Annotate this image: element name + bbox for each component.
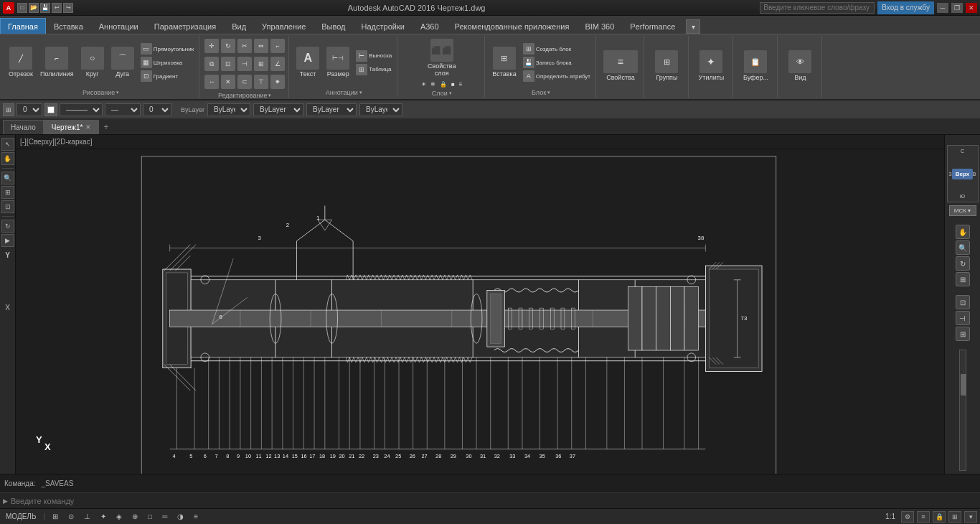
explode-button[interactable]: ✷ xyxy=(270,73,286,90)
login-button[interactable]: Вход в службу xyxy=(877,1,934,14)
transparency-dropdown[interactable]: 0 xyxy=(143,103,171,116)
qprops-toggle[interactable]: ≡ xyxy=(191,513,201,520)
doc-tab-close-icon[interactable]: ✕ xyxy=(85,123,91,131)
rotate-button[interactable]: ↻ xyxy=(220,37,236,55)
scale-button[interactable]: ⊡ xyxy=(220,55,236,72)
line-button[interactable]: ╱ Отрезок xyxy=(6,45,36,80)
full-nav-button[interactable]: ⊞ xyxy=(956,272,970,286)
lineweight-by-layer[interactable]: ByLayer xyxy=(306,103,357,116)
polyline-button[interactable]: ⌐ Полилиния xyxy=(37,45,77,80)
insert-button[interactable]: ⊞ Вставка xyxy=(489,45,519,80)
fillet-button[interactable]: ⌐ xyxy=(270,37,286,55)
trim-button[interactable]: ✂ xyxy=(237,37,253,55)
doc-tab-drawing[interactable]: Чертеж1* ✕ xyxy=(44,120,100,134)
color-by-layer[interactable]: ByLayer xyxy=(207,103,250,116)
wblock-button[interactable]: 💾Запись блока xyxy=(521,56,593,69)
leader-button[interactable]: ⊢Выноска xyxy=(354,50,394,62)
new-btn[interactable]: □ xyxy=(17,3,27,13)
chamfer-button[interactable]: ∠ xyxy=(270,55,286,72)
rectangle-button[interactable]: ▭Прямоугольник xyxy=(138,42,197,55)
tab-manage[interactable]: Управление xyxy=(254,18,314,34)
minimize-button[interactable]: ─ xyxy=(937,3,948,13)
doc-tab-add-button[interactable]: + xyxy=(99,121,113,134)
doc-tab-start[interactable]: Начало xyxy=(3,120,44,134)
zoom-nav-button[interactable]: 🔍 xyxy=(956,240,970,255)
grid-toggle[interactable]: ⊞ xyxy=(50,513,61,520)
utilities-button[interactable]: ✦ Утилиты xyxy=(696,49,727,83)
layer-match-button[interactable]: ≡ xyxy=(458,80,464,88)
tab-output[interactable]: Вывод xyxy=(314,18,353,34)
circle-button[interactable]: ○ Круг xyxy=(78,45,107,80)
select-tool[interactable]: ↖ xyxy=(1,138,14,151)
zoom-tool[interactable]: 🔍 xyxy=(1,172,14,184)
otrack-toggle[interactable]: ⊕ xyxy=(129,513,141,520)
scrollbar-thumb[interactable] xyxy=(961,374,966,396)
view-button[interactable]: 👁 Вид xyxy=(786,49,814,83)
orbit-tool[interactable]: ↻ xyxy=(1,220,14,233)
maximize-button[interactable]: ❐ xyxy=(951,3,963,13)
erase-button[interactable]: ✕ xyxy=(220,73,236,90)
fullscreen-icon[interactable]: ⊞ xyxy=(948,511,961,523)
search-input[interactable] xyxy=(760,2,875,14)
mirror-button[interactable]: ⇔ xyxy=(253,37,269,55)
tab-home[interactable]: Главная xyxy=(0,18,46,34)
workspace-icon[interactable]: ≡ xyxy=(917,511,930,523)
layer-off-button[interactable]: ☀ xyxy=(420,80,428,88)
tab-insert[interactable]: Вставка xyxy=(46,18,91,34)
ortho-toggle[interactable]: ⊥ xyxy=(81,513,93,520)
linetype-by-layer[interactable]: ByLayer xyxy=(253,103,303,116)
msk-button[interactable]: МСК ▾ xyxy=(949,205,976,216)
viewcube[interactable]: С Верх З В Ю xyxy=(947,145,979,202)
attdef-button[interactable]: AОпределить атрибут xyxy=(521,70,593,83)
orbit-nav-button[interactable]: ↻ xyxy=(956,256,970,271)
break-button[interactable]: ⊤ xyxy=(253,73,269,90)
groups-button[interactable]: ⊞ Группы xyxy=(652,49,681,83)
save-btn[interactable]: 💾 xyxy=(40,3,50,13)
layer-dropdown[interactable]: 0 xyxy=(17,103,42,116)
copy-button[interactable]: ⧉ xyxy=(204,55,220,72)
lock-icon[interactable]: 🔒 xyxy=(933,511,946,523)
zoom-prev-nav[interactable]: ⊣ xyxy=(956,311,970,325)
transparency-toggle[interactable]: ◑ xyxy=(174,513,187,520)
tab-addins[interactable]: Надстройки xyxy=(354,18,413,34)
redo-btn[interactable]: ↪ xyxy=(63,3,73,13)
hatch-button[interactable]: ▦Штриховка xyxy=(138,56,197,69)
tab-a360[interactable]: A360 xyxy=(413,18,447,34)
polar-toggle[interactable]: ✦ xyxy=(98,513,109,520)
tab-bim360[interactable]: BIM 360 xyxy=(577,18,622,34)
lineweight-toggle[interactable]: ═ xyxy=(159,513,170,520)
close-button[interactable]: ✕ xyxy=(966,3,977,13)
layer-freeze-button[interactable]: ❄ xyxy=(429,80,437,88)
osnap-toggle[interactable]: ◈ xyxy=(113,513,125,520)
array-button[interactable]: ⊞ xyxy=(253,55,269,72)
annotation-scale[interactable]: 1:1 xyxy=(882,513,898,520)
viewcube-top-button[interactable]: Верх xyxy=(952,169,973,179)
layer-manager-btn[interactable]: ⊞ xyxy=(3,103,14,116)
zoom-window-tool[interactable]: ⊞ xyxy=(1,186,14,199)
clipboard-button[interactable]: 📋 Буфер... xyxy=(740,49,771,83)
ducs-toggle[interactable]: □ xyxy=(145,513,155,520)
text-button[interactable]: A Текст xyxy=(293,45,322,80)
layer-lock-button[interactable]: 🔒 xyxy=(438,80,448,88)
arc-button[interactable]: ⌒ Дуга xyxy=(108,45,137,80)
lineweight-dropdown[interactable]: — xyxy=(105,103,141,116)
pan-nav-button[interactable]: ✋ xyxy=(956,225,970,239)
properties-button[interactable]: ≡ Свойства xyxy=(600,49,641,83)
tab-param[interactable]: Параметризация xyxy=(146,18,224,34)
linetype-dropdown[interactable]: ——— xyxy=(60,103,103,116)
model-indicator[interactable]: МОДЕЛЬ xyxy=(3,513,39,520)
zoom-extents-tool[interactable]: ⊡ xyxy=(1,200,14,213)
customize-icon[interactable]: ▾ xyxy=(964,511,977,523)
offset-button[interactable]: ⊂ xyxy=(237,73,253,90)
table-button[interactable]: ⊞Таблица xyxy=(354,63,394,76)
command-input[interactable] xyxy=(11,497,977,505)
tab-annotate[interactable]: Аннотации xyxy=(91,18,146,34)
color-btn[interactable] xyxy=(44,103,57,116)
snap-toggle[interactable]: ⊙ xyxy=(65,513,77,520)
zoom-extents-nav[interactable]: ⊡ xyxy=(956,295,970,309)
tab-view[interactable]: Вид xyxy=(224,18,254,34)
transparency-by-layer[interactable]: ByLayer xyxy=(359,103,402,116)
stretch-button[interactable]: ↔ xyxy=(204,73,220,90)
undo-btn[interactable]: ↩ xyxy=(52,3,62,13)
vertical-scrollbar[interactable] xyxy=(959,350,966,471)
